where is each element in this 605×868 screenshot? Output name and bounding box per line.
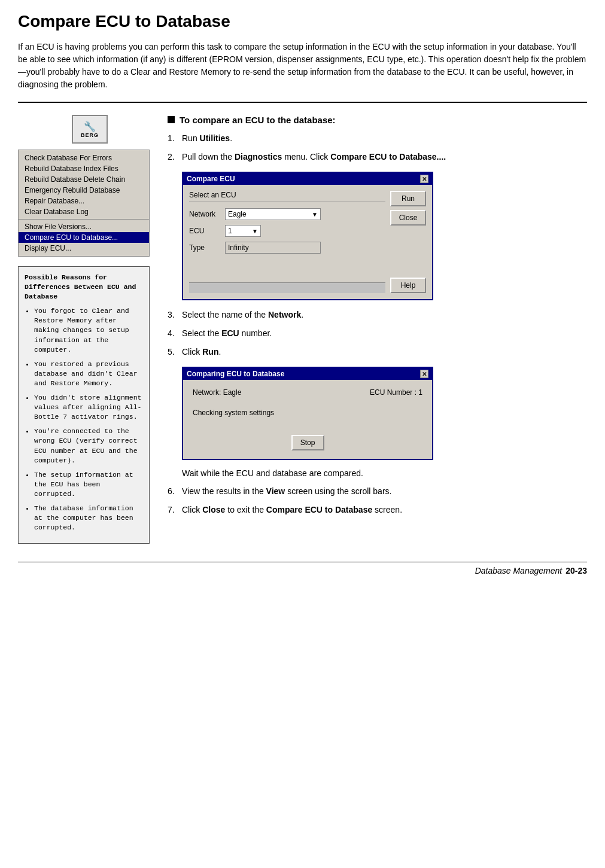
sidebar-reasons-box: Possible Reasons for Differences Between… xyxy=(18,266,150,544)
network-select[interactable]: Eagle ▼ xyxy=(225,208,321,220)
step-2: 2. Pull down the Diagnostics menu. Click… xyxy=(168,151,587,163)
berg-logo-box: 🔧 BERG xyxy=(72,115,108,144)
wait-text: Wait while the ECU and database are comp… xyxy=(182,468,587,478)
step-6-num: 6. xyxy=(168,485,182,498)
berg-logo-text: BERG xyxy=(81,132,99,138)
intro-paragraph: If an ECU is having problems you can per… xyxy=(18,41,586,91)
step-1-num: 1. xyxy=(168,132,182,145)
sidebar-item-4: You're connected to the wrong ECU (verif… xyxy=(34,427,143,465)
ecu-input[interactable]: 1 ▼ xyxy=(225,225,261,237)
steps-group-2: 3. Select the name of the Network. 4. Se… xyxy=(168,309,587,358)
step-4-num: 4. xyxy=(168,327,182,340)
menu-item-display-ecu[interactable]: Display ECU... xyxy=(19,243,149,254)
step-6-text: View the results in the View screen usin… xyxy=(182,485,587,498)
menu-separator xyxy=(19,219,149,220)
sidebar-item-1: You forgot to Clear and Restore Memory a… xyxy=(34,306,143,354)
step-7-text: Click Close to exit the Compare ECU to D… xyxy=(182,504,587,516)
compare-ecu-buttons: Run Close Help xyxy=(390,191,426,293)
compare-ecu-title: Compare ECU xyxy=(187,175,235,183)
stop-button-row: Stop xyxy=(193,435,422,450)
left-column: 🔧 BERG Check Database For Errors Rebuild… xyxy=(18,115,162,544)
type-row: Type Infinity xyxy=(189,242,385,254)
comparing-title: Comparing ECU to Database xyxy=(187,370,284,378)
comparing-ecu-num: ECU Number : 1 xyxy=(370,388,422,397)
select-ecu-label: Select an ECU xyxy=(189,191,385,199)
menu-item-compare-ecu[interactable]: Compare ECU to Database... xyxy=(19,232,149,243)
compare-ecu-body: Select an ECU Network Eagle ▼ ECU 1 ▼ xyxy=(183,185,432,299)
step-3-num: 3. xyxy=(168,309,182,321)
step-3: 3. Select the name of the Network. xyxy=(168,309,587,321)
progress-label: Checking system settings xyxy=(193,409,422,417)
ecu-label: ECU xyxy=(189,227,225,235)
right-column: To compare an ECU to the database: 1. Ru… xyxy=(168,115,587,544)
step-7: 7. Click Close to exit the Compare ECU t… xyxy=(168,504,587,516)
sidebar-item-6: The database information at the computer… xyxy=(34,504,143,532)
comparing-dialog: Comparing ECU to Database ✕ Network: Eag… xyxy=(182,367,433,460)
steps-group-3: 6. View the results in the View screen u… xyxy=(168,485,587,516)
step-3-text: Select the name of the Network. xyxy=(182,309,587,321)
divider xyxy=(18,102,587,103)
page-footer: Database Management 20-23 xyxy=(18,562,587,575)
help-button[interactable]: Help xyxy=(390,278,426,293)
menu-item-emergency[interactable]: Emergency Rebuild Database xyxy=(19,185,149,196)
close-button[interactable]: Close xyxy=(390,210,426,226)
compare-ecu-close-icon[interactable]: ✕ xyxy=(420,175,428,183)
ecu-arrow-icon: ▼ xyxy=(252,228,258,234)
sidebar-item-3: You didn't store alignment values after … xyxy=(34,393,143,422)
instruction-header: To compare an ECU to the database: xyxy=(168,115,587,125)
menu-item-check[interactable]: Check Database For Errors xyxy=(19,153,149,163)
menu-item-rebuild-delete[interactable]: Rebuild Database Delete Chain xyxy=(19,174,149,185)
menu-item-show-versions[interactable]: Show File Versions... xyxy=(19,221,149,232)
step-4-text: Select the ECU number. xyxy=(182,327,587,340)
comparing-network: Network: Eagle xyxy=(193,388,241,397)
menu-item-clear-log[interactable]: Clear Database Log xyxy=(19,206,149,217)
network-row: Network Eagle ▼ xyxy=(189,208,385,220)
comparing-titlebar: Comparing ECU to Database ✕ xyxy=(183,368,432,380)
network-arrow-icon: ▼ xyxy=(312,211,318,218)
compare-ecu-titlebar: Compare ECU ✕ xyxy=(183,173,432,185)
network-value: Eagle xyxy=(228,210,247,218)
step-4: 4. Select the ECU number. xyxy=(168,327,587,340)
footer-page: 20-23 xyxy=(566,566,587,575)
berg-logo: 🔧 BERG xyxy=(18,115,162,144)
run-button[interactable]: Run xyxy=(390,191,426,206)
menu-screenshot: Check Database For Errors Rebuild Databa… xyxy=(18,150,150,257)
step-1: 1. Run Utilities. xyxy=(168,132,587,145)
sidebar-item-2: You restored a previous database and did… xyxy=(34,360,143,388)
footer-label: Database Management xyxy=(475,566,563,575)
steps-group-1: 1. Run Utilities. 2. Pull down the Diagn… xyxy=(168,132,587,163)
menu-item-repair[interactable]: Repair Database... xyxy=(19,196,149,206)
ecu-value: 1 xyxy=(228,227,232,235)
type-label: Type xyxy=(189,243,225,252)
step-5-text: Click Run. xyxy=(182,346,587,358)
step-5: 5. Click Run. xyxy=(168,346,587,358)
step-6: 6. View the results in the View screen u… xyxy=(168,485,587,498)
sidebar-item-5: The setup information at the ECU has bee… xyxy=(34,470,143,499)
comparing-info-row: Network: Eagle ECU Number : 1 xyxy=(193,388,422,397)
berg-logo-icon: 🔧 xyxy=(84,121,96,132)
compare-ecu-left: Select an ECU Network Eagle ▼ ECU 1 ▼ xyxy=(189,191,385,293)
ecu-row: ECU 1 ▼ xyxy=(189,225,385,237)
step-7-num: 7. xyxy=(168,504,182,516)
page-title: Compare ECU to Database xyxy=(18,12,587,31)
sidebar-list: You forgot to Clear and Restore Memory a… xyxy=(25,306,143,532)
type-value: Infinity xyxy=(225,242,321,254)
menu-item-rebuild-index[interactable]: Rebuild Database Index Files xyxy=(19,163,149,174)
compare-ecu-dialog: Compare ECU ✕ Select an ECU Network Eagl… xyxy=(182,172,433,300)
step-2-text: Pull down the Diagnostics menu. Click Co… xyxy=(182,151,587,163)
step-1-text: Run Utilities. xyxy=(182,132,587,145)
instruction-title: To compare an ECU to the database: xyxy=(180,115,336,125)
sidebar-title: Possible Reasons for Differences Between… xyxy=(25,273,143,301)
step-2-num: 2. xyxy=(168,151,182,163)
step-5-num: 5. xyxy=(168,346,182,358)
bullet-square xyxy=(168,116,175,123)
network-label: Network xyxy=(189,210,225,218)
comparing-close-icon[interactable]: ✕ xyxy=(420,370,428,378)
comparing-body: Network: Eagle ECU Number : 1 Checking s… xyxy=(183,380,432,459)
stop-button[interactable]: Stop xyxy=(291,435,324,450)
